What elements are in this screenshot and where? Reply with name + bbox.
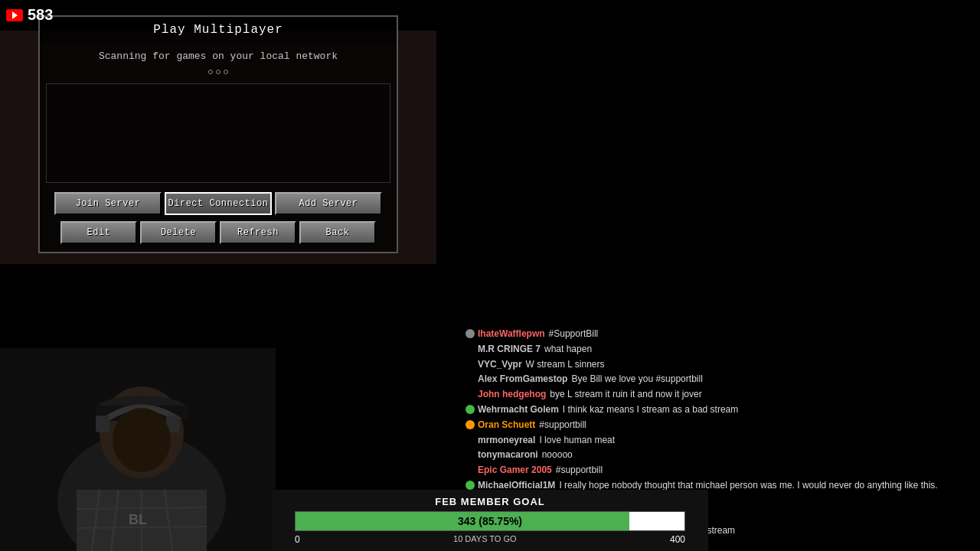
chat-text: nooooo [542, 448, 974, 461]
youtube-icon [6, 9, 23, 21]
svg-text:BL: BL [129, 512, 147, 527]
goal-title: FEB MEMBER GOAL [435, 496, 545, 507]
delete-button[interactable]: Delete [140, 221, 217, 244]
chat-message: Alex FromGamestopBye Bill we love you #s… [466, 373, 974, 386]
mc-title: Play Multiplayer [40, 17, 397, 43]
chat-username: IhateWafflepwn [478, 328, 545, 341]
chat-username: VYC_Vypr [478, 358, 522, 371]
chat-username: John hedgehog [478, 388, 546, 401]
person-silhouette: BL [0, 348, 276, 551]
goal-bar-container: 343 (85.75%) [295, 511, 685, 531]
chat-message: M.R CRINGE 7what hapen [466, 343, 974, 356]
dot-3 [224, 70, 228, 74]
chat-message: mrmoneyrealI love human meat [466, 434, 974, 447]
goal-area: FEB MEMBER GOAL 343 (85.75%) 0 10 DAYS T… [272, 490, 708, 551]
chat-message: Oran Schuett#supportbill [466, 419, 974, 432]
viewer-count: 583 [28, 6, 53, 24]
chat-message: Wehrmacht GolemI think kaz means I strea… [466, 403, 974, 416]
chat-username: Epic Gamer 2005 [478, 464, 552, 477]
goal-bar-text: 343 (85.75%) [296, 512, 684, 530]
chat-text: I love human meat [539, 434, 974, 447]
chat-text: #SupportBill [549, 328, 974, 341]
goal-days-left: 10 DAYS TO GO [453, 534, 517, 545]
mc-scanning-text: Scanning for games on your local network [40, 43, 397, 70]
add-server-button[interactable]: Add Server [275, 192, 382, 215]
svg-rect-5 [96, 416, 109, 432]
chat-username: Alex FromGamestop [478, 373, 567, 386]
mc-buttons-row1: Join Server Direct Connection Add Server [40, 186, 397, 218]
chat-username: Oran Schuett [478, 419, 535, 432]
chat-badge-icon [466, 405, 475, 414]
chat-badge-icon [466, 329, 475, 338]
chat-text: bye L stream it ruin it and now it jover [550, 388, 974, 401]
svg-point-7 [113, 408, 171, 472]
chat-username: M.R CRINGE 7 [478, 343, 541, 356]
dot-2 [216, 70, 220, 74]
chat-message: IhateWafflepwn#SupportBill [466, 328, 974, 341]
direct-connection-button[interactable]: Direct Connection [165, 192, 272, 215]
chat-badge-icon [466, 420, 475, 429]
goal-label-left: 0 [295, 534, 300, 545]
chat-text: W stream L sinners [526, 358, 974, 371]
webcam: BL [0, 348, 276, 551]
chat-message: tonymacaroninooooo [466, 448, 974, 461]
chat-message: VYC_VyprW stream L sinners [466, 358, 974, 371]
mc-buttons-row2: Edit Delete Refresh Back [40, 218, 397, 252]
goal-label-right: 400 [670, 534, 685, 545]
chat-username: Wehrmacht Golem [478, 403, 559, 416]
refresh-button[interactable]: Refresh [220, 221, 296, 244]
mc-server-list [46, 83, 390, 183]
chat-badge-icon [466, 481, 475, 490]
minecraft-panel: Play Multiplayer Scanning for games on y… [38, 15, 398, 253]
chat-text: Bye Bill we love you #supportbill [571, 373, 974, 386]
goal-labels: 0 10 DAYS TO GO 400 [295, 534, 685, 545]
chat-username: tonymacaroni [478, 448, 538, 461]
dot-1 [208, 70, 213, 74]
chat-text: #supportbill [539, 419, 974, 432]
join-server-button[interactable]: Join Server [54, 192, 162, 215]
chat-message: Epic Gamer 2005#supportbill [466, 464, 974, 477]
chat-text: #supportbill [556, 464, 974, 477]
edit-button[interactable]: Edit [60, 221, 137, 244]
stream-bar: 583 [6, 6, 53, 24]
mc-dots [40, 70, 397, 80]
chat-text: what hapen [544, 343, 974, 356]
chat-text: I think kaz means I stream as a bad stre… [563, 403, 974, 416]
chat-message: John hedgehogbye L stream it ruin it and… [466, 388, 974, 401]
chat-username: mrmoneyreal [478, 434, 535, 447]
back-button[interactable]: Back [299, 221, 376, 244]
